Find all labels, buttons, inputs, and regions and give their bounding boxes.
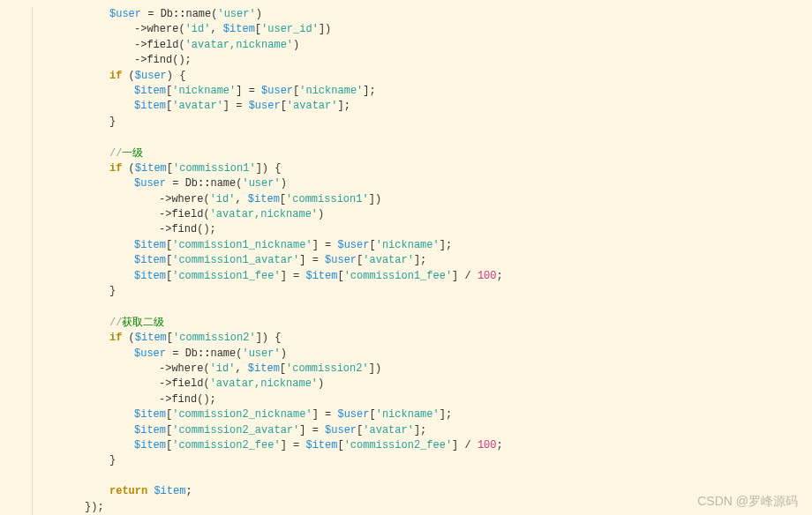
code-line: ->where('id', $item['commission1']) <box>35 192 812 207</box>
code-line: ->find(); <box>35 222 812 237</box>
code-line: $user = Db::name('user') <box>35 176 812 191</box>
code-line <box>35 130 812 145</box>
code-line: ->field('avatar,nickname') <box>35 377 812 392</box>
code-line <box>35 299 812 314</box>
code-line: ->where('id', $item['user_id']) <box>35 22 812 37</box>
code-line: } <box>35 284 812 299</box>
gutter-line <box>32 7 33 515</box>
code-line: ->find(); <box>35 53 812 68</box>
code-line: }); <box>35 500 812 515</box>
code-line: $item['avatar'] = $user['avatar']; <box>35 99 812 114</box>
code-line: //一级 <box>35 146 812 161</box>
code-line: $user = Db::name('user') <box>35 7 812 22</box>
code-line: } <box>35 453 812 468</box>
code-line: if ($item['commission1']) { <box>35 161 812 176</box>
code-line: $item['commission2_avatar'] = $user['ava… <box>35 423 812 438</box>
code-block: $user = Db::name('user') ->where('id', $… <box>0 7 812 515</box>
code-line: if ($user) { <box>35 69 812 84</box>
code-line: $item['commission2_nickname'] = $user['n… <box>35 407 812 422</box>
code-line: $item['commission2_fee'] = $item['commis… <box>35 438 812 453</box>
code-line: $item['commission1_nickname'] = $user['n… <box>35 238 812 253</box>
code-line: $item['commission1_avatar'] = $user['ava… <box>35 253 812 268</box>
code-line: } <box>35 115 812 130</box>
code-line: ->field('avatar,nickname') <box>35 38 812 53</box>
code-line <box>35 469 812 484</box>
code-line: ->where('id', $item['commission2']) <box>35 362 812 377</box>
code-line: //获取二级 <box>35 315 812 331</box>
code-line: $user = Db::name('user') <box>35 347 812 362</box>
code-line: ->field('avatar,nickname') <box>35 207 812 222</box>
code-line: ->find(); <box>35 392 812 407</box>
code-line: if ($item['commission2']) { <box>35 331 812 346</box>
code-line: return $item; <box>35 484 812 499</box>
code-line: $item['commission1_fee'] = $item['commis… <box>35 269 812 284</box>
code-line: $item['nickname'] = $user['nickname']; <box>35 84 812 99</box>
